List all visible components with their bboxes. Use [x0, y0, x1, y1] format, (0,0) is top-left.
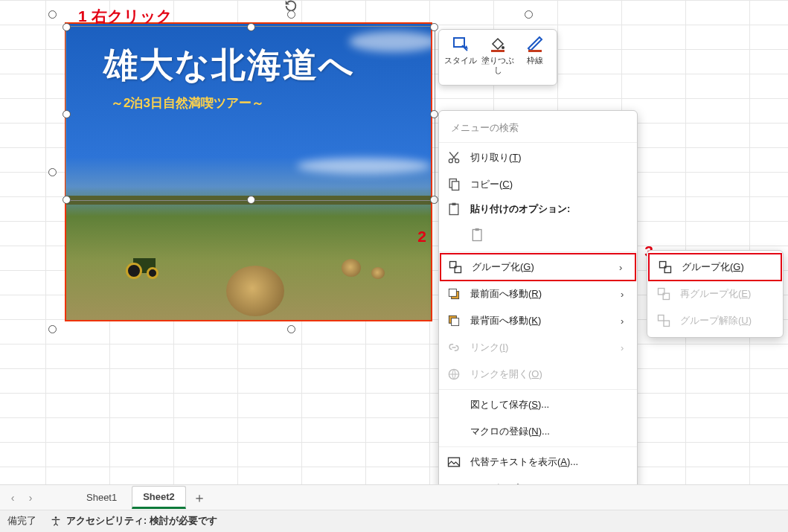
- menu-copy-label: コピー(C): [470, 178, 630, 191]
- menu-bring-front-label: 最前面へ移動(R): [470, 287, 612, 301]
- menu-link: リンク(I) ›: [439, 334, 637, 361]
- mini-format-toolbar: スタイル 塗りつぶし 枠線: [438, 29, 557, 86]
- outline-label: 枠線: [527, 56, 543, 65]
- svg-rect-15: [449, 289, 456, 296]
- alt-text-icon: [446, 455, 461, 469]
- svg-rect-10: [473, 230, 481, 241]
- menu-assign-macro[interactable]: マクロの登録(N)...: [439, 418, 637, 445]
- outline-icon: [524, 34, 546, 54]
- accessibility-status[interactable]: アクセシビリティ: 検討が必要です: [50, 515, 217, 528]
- chevron-right-icon: ›: [619, 262, 628, 273]
- svg-rect-9: [452, 203, 456, 205]
- sheet-tab-bar: ‹ › Sheet1 Sheet2 ＋: [0, 484, 788, 510]
- menu-link-label: リンク(I): [470, 341, 612, 354]
- style-icon: [449, 34, 472, 54]
- clipboard-icon: [470, 228, 485, 243]
- svg-rect-8: [449, 204, 458, 214]
- menu-copy[interactable]: コピー(C): [439, 171, 637, 198]
- submenu-regroup: 再グループ化(E): [647, 281, 783, 307]
- menu-group[interactable]: グループ化(G) ›: [441, 254, 635, 281]
- annotation-2: 2: [417, 228, 426, 246]
- menu-save-pic-label: 図として保存(S)...: [470, 398, 630, 411]
- fill-icon: [487, 34, 509, 54]
- paste-icon: [446, 202, 461, 217]
- link-icon: [446, 340, 461, 355]
- status-bar: 備完了 アクセシビリティ: 検討が必要です: [0, 510, 788, 532]
- svg-point-1: [502, 46, 504, 49]
- group-submenu: グループ化(G) 再グループ化(E) グループ解除(U): [647, 250, 784, 338]
- cut-icon: [446, 150, 461, 165]
- menu-alt-text[interactable]: 代替テキストを表示(A)...: [439, 449, 637, 475]
- fill-button[interactable]: 塗りつぶし: [481, 34, 515, 83]
- menu-alt-text-label: 代替テキストを表示(A)...: [470, 455, 630, 469]
- svg-rect-26: [659, 315, 664, 321]
- selected-image-area[interactable]: 雄大な北海道へ ～2泊3日自然満喫ツアー～ 1 右クリック 2 3: [65, 22, 432, 321]
- svg-point-28: [55, 516, 57, 519]
- sheet-tab-2[interactable]: Sheet2: [132, 486, 186, 509]
- menu-macro-label: マクロの登録(N)...: [470, 425, 630, 438]
- menu-open-link-label: リンクを開く(O): [470, 368, 630, 381]
- chevron-right-icon: ›: [621, 315, 630, 327]
- accessibility-icon: [50, 516, 62, 528]
- svg-rect-19: [449, 458, 460, 467]
- submenu-ungroup: グループ解除(U): [647, 307, 783, 334]
- open-link-icon: [446, 367, 461, 382]
- ungroup-icon: [656, 313, 671, 328]
- regroup-icon: [656, 286, 671, 301]
- copy-icon: [446, 177, 461, 192]
- menu-send-back[interactable]: 最背面へ移動(K) ›: [439, 307, 637, 334]
- outline-button[interactable]: 枠線: [518, 34, 552, 83]
- sheet-nav-prev[interactable]: ‹: [6, 492, 19, 504]
- sheet-nav-next[interactable]: ›: [24, 492, 37, 504]
- image-title: 雄大な北海道へ: [103, 42, 355, 89]
- bring-front-icon: [446, 286, 461, 301]
- submenu-group[interactable]: グループ化(G): [649, 254, 781, 281]
- menu-paste-options: 貼り付けのオプション:: [439, 198, 637, 220]
- svg-rect-11: [475, 228, 479, 231]
- sheet-tab-1[interactable]: Sheet1: [76, 487, 127, 507]
- menu-paste-label: 貼り付けのオプション:: [470, 202, 630, 216]
- svg-rect-3: [528, 50, 542, 52]
- menu-open-link: リンクを開く(O): [439, 361, 637, 388]
- annotation-1: 1 右クリック: [78, 6, 173, 27]
- group-icon: [448, 260, 463, 275]
- group-icon: [658, 260, 673, 275]
- svg-rect-2: [491, 50, 504, 52]
- submenu-regroup-label: 再グループ化(E): [680, 287, 751, 301]
- menu-save-as-picture[interactable]: 図として保存(S)...: [439, 391, 637, 418]
- menu-search[interactable]: メニューの検索: [445, 117, 631, 139]
- status-ready: 備完了: [7, 515, 36, 528]
- submenu-group-label: グループ化(G): [682, 260, 744, 274]
- add-sheet-button[interactable]: ＋: [190, 489, 208, 507]
- send-back-icon: [446, 313, 461, 328]
- style-button[interactable]: スタイル: [443, 34, 478, 83]
- menu-group-label: グループ化(G): [472, 260, 610, 274]
- menu-cut[interactable]: 切り取り(T): [439, 144, 637, 171]
- menu-bring-front[interactable]: 最前面へ移動(R) ›: [439, 281, 637, 307]
- svg-rect-17: [452, 318, 459, 326]
- context-menu: メニューの検索 切り取り(T) コピー(C) 貼り付けのオプション: グループ化…: [438, 110, 638, 532]
- chevron-right-icon: ›: [621, 289, 630, 300]
- menu-cut-label: 切り取り(T): [470, 151, 630, 164]
- fill-label: 塗りつぶし: [481, 56, 515, 75]
- svg-rect-27: [664, 321, 670, 327]
- image-subtitle: ～2泊3日自然満喫ツアー～: [111, 94, 264, 112]
- accessibility-label: アクセシビリティ: 検討が必要です: [66, 515, 217, 528]
- menu-send-back-label: 最背面へ移動(K): [470, 314, 612, 327]
- photo-hokkaido: 雄大な北海道へ ～2泊3日自然満喫ツアー～: [66, 24, 431, 320]
- style-label: スタイル: [444, 56, 477, 65]
- paste-option-default[interactable]: [439, 220, 637, 250]
- chevron-right-icon: ›: [621, 342, 630, 353]
- svg-rect-7: [452, 182, 459, 190]
- submenu-ungroup-label: グループ解除(U): [680, 314, 752, 327]
